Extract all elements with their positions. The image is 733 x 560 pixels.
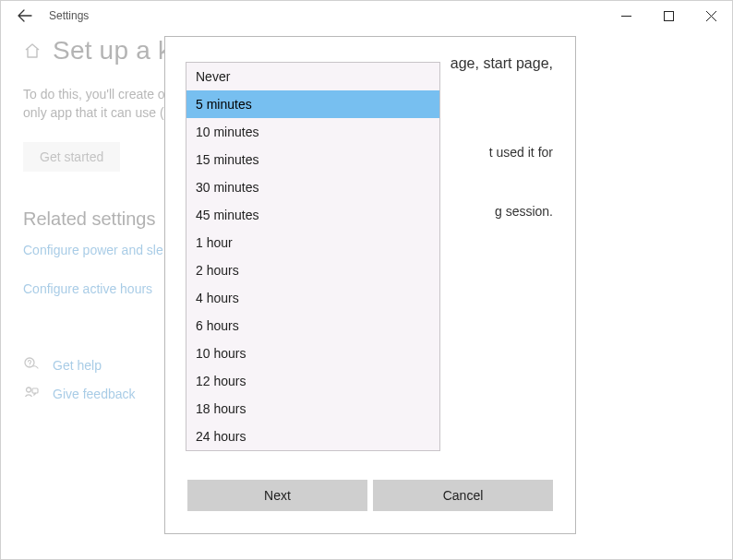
dropdown-option-15-minutes[interactable]: 15 minutes bbox=[186, 146, 439, 173]
svg-point-2 bbox=[29, 365, 30, 366]
dropdown-option-24-hours[interactable]: 24 hours bbox=[186, 423, 439, 450]
close-button[interactable] bbox=[690, 1, 732, 30]
dropdown-option-4-hours[interactable]: 4 hours bbox=[186, 284, 439, 312]
dropdown-option-10-minutes[interactable]: 10 minutes bbox=[186, 118, 439, 146]
help-icon bbox=[23, 357, 40, 373]
dropdown-option-45-minutes[interactable]: 45 minutes bbox=[186, 201, 439, 229]
maximize-button[interactable] bbox=[647, 1, 690, 30]
svg-point-1 bbox=[25, 358, 34, 367]
maximize-icon bbox=[664, 11, 674, 21]
dropdown-option-never[interactable]: Never bbox=[186, 63, 439, 90]
give-feedback-link[interactable]: Give feedback bbox=[53, 387, 136, 401]
dropdown-option-1-hour[interactable]: 1 hour bbox=[186, 229, 439, 256]
link-configure-power-sleep[interactable]: Configure power and sle bbox=[23, 243, 163, 257]
back-arrow-icon bbox=[18, 8, 32, 23]
svg-rect-4 bbox=[32, 388, 38, 393]
dropdown-option-6-hours[interactable]: 6 hours bbox=[186, 312, 439, 340]
dropdown-option-10-hours[interactable]: 10 hours bbox=[186, 340, 439, 367]
dialog-button-row: Next Cancel bbox=[165, 480, 575, 533]
back-button[interactable] bbox=[6, 1, 43, 30]
settings-window: Settings Set up a k To do this, you'll c… bbox=[0, 0, 733, 560]
dropdown-option-12-hours[interactable]: 12 hours bbox=[186, 367, 439, 395]
minimize-icon bbox=[621, 11, 631, 21]
close-icon bbox=[706, 11, 716, 21]
restart-after-dropdown[interactable]: Never 5 minutes 10 minutes 15 minutes 30… bbox=[186, 62, 440, 451]
dropdown-option-5-minutes[interactable]: 5 minutes bbox=[186, 90, 439, 118]
dropdown-option-30-minutes[interactable]: 30 minutes bbox=[186, 173, 439, 201]
next-button[interactable]: Next bbox=[187, 480, 367, 511]
home-icon bbox=[23, 42, 42, 60]
page-title: Set up a k bbox=[53, 36, 171, 66]
cancel-button[interactable]: Cancel bbox=[373, 480, 553, 511]
titlebar: Settings bbox=[1, 1, 732, 30]
feedback-icon bbox=[23, 386, 40, 401]
svg-point-3 bbox=[26, 387, 30, 392]
get-help-link[interactable]: Get help bbox=[53, 358, 102, 373]
get-started-button[interactable]: Get started bbox=[23, 142, 120, 172]
window-title: Settings bbox=[49, 9, 89, 22]
window-controls bbox=[605, 1, 732, 30]
dropdown-option-2-hours[interactable]: 2 hours bbox=[186, 256, 439, 284]
dropdown-option-18-hours[interactable]: 18 hours bbox=[186, 395, 439, 423]
minimize-button[interactable] bbox=[605, 1, 647, 30]
svg-rect-0 bbox=[664, 11, 673, 20]
link-configure-active-hours[interactable]: Configure active hours bbox=[23, 281, 152, 296]
